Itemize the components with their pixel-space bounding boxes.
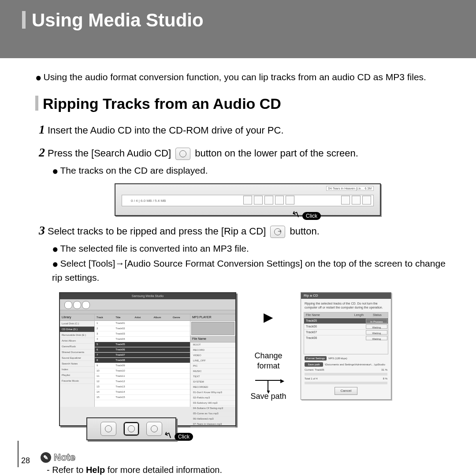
cancel-button[interactable]: Cancel <box>335 387 357 395</box>
device-file-row: 06-Hallowed.mp3 <box>190 416 235 422</box>
page-margin-rule <box>18 441 19 467</box>
step-3-sub2-text: Select [Tools]→[Audio Source Format Conv… <box>52 258 446 283</box>
step-2-text-pre: Press the [Search Audio CD] <box>48 148 171 159</box>
left-panel-item: Genre/Rock <box>60 344 94 350</box>
step-1: 1Insert the Audio CD into the CD-ROM dri… <box>39 121 450 138</box>
left-panel-item: Search Notes <box>60 361 94 367</box>
left-panel-item: Favorite Music <box>60 378 94 384</box>
track-row: 1Track01 <box>95 321 190 326</box>
bullet-dot-icon: ● <box>35 71 42 83</box>
dialog-track-row: Track08Waiting <box>304 335 388 341</box>
left-panel-item: Sound Equalizer <box>60 355 94 361</box>
progress-bar-icon <box>305 373 387 376</box>
note-heading: ✎ Note <box>41 452 450 463</box>
toolbar-button-icon <box>64 301 72 309</box>
format-settings-value: MP3 (128 kbps) <box>328 357 347 360</box>
left-panel-item: Playlist <box>60 372 94 378</box>
note-pencil-icon: ✎ <box>41 452 51 463</box>
rip-dialog-screenshot: Rip a CD Ripping the selected tracks of … <box>301 292 391 400</box>
toolbar-button-icon <box>82 301 90 309</box>
left-panel-item: Artist Album <box>60 338 94 344</box>
app-toolbar <box>60 299 235 310</box>
tool-button-icon <box>100 422 116 436</box>
dialog-track-table: File NameLengthStatus Track05In ProcessT… <box>304 312 388 354</box>
bullet-dot-icon: ● <box>52 165 59 177</box>
app-breadcrumb-bar <box>60 310 235 314</box>
device-file-row: PIC <box>190 364 235 369</box>
track-row: 9Track09 <box>95 363 190 368</box>
left-panel-item: CD Drive (D:) <box>60 327 94 332</box>
toolbar-click-callout: ↰Click <box>292 209 321 220</box>
track-row: 7Track07 <box>95 353 190 358</box>
page-title-text: Using Media Studio <box>32 10 204 30</box>
format-settings-label: Format Settings <box>305 356 327 361</box>
device-file-row: ROOT <box>190 342 235 348</box>
section-title: Ripping Tracks from an Audio CD <box>35 95 450 112</box>
device-file-row: TEXT <box>190 374 235 379</box>
step-3: 3Select tracks to be ripped and press th… <box>39 222 450 239</box>
device-file-row: 01-Don't Know Why.mp3 <box>190 390 235 395</box>
left-panel-item: Index <box>60 367 94 372</box>
dialog-current-progress: Current: Track0531 % <box>305 368 387 371</box>
page-title: Using Media Studio <box>22 10 454 31</box>
section-title-text: Ripping Tracks from an Audio CD <box>43 95 281 112</box>
device-panel-header: MP3 PLAYER <box>190 314 235 321</box>
cursor-icon: ↰ <box>162 428 174 442</box>
device-file-row: SYSTEM <box>190 379 235 385</box>
bullet-dot-icon: ● <box>52 258 59 270</box>
step-1-number: 1 <box>39 123 45 136</box>
left-panel-header: Library <box>60 314 94 321</box>
figures-row: Samsung Media Studio Library Local Disk … <box>59 292 450 426</box>
step-3-sub-1: ●The selected file is converted into an … <box>52 242 450 257</box>
save-path-label: Save path <box>305 362 323 367</box>
track-row: 4Track04 <box>95 337 190 342</box>
save-path-value: \Documents and Settings\Administrator\…\… <box>325 363 385 366</box>
rip-cd-icon <box>270 226 285 238</box>
cursor-icon: ↰ <box>290 208 301 222</box>
bottom-click-callout: ↰Click <box>164 430 193 441</box>
click-label: Click <box>175 433 193 441</box>
intro-text: Using the audio format conversion functi… <box>44 72 426 82</box>
app-titlebar: Samsung Media Studio <box>60 293 235 299</box>
track-row: 14Track14 <box>95 390 190 395</box>
dialog-track-row: Track06Waiting <box>304 324 388 329</box>
track-row: 15Track15 <box>95 395 190 400</box>
device-file-row: 05-Come as You.mp3 <box>190 411 235 416</box>
arrow-annotations: ▶ Change format ▶▼ Save path <box>244 292 293 402</box>
track-row: 5Track05 <box>95 342 190 347</box>
toolbar-mid-icons <box>243 196 294 205</box>
step-3-text-pre: Select tracks to be ripped and press the… <box>48 226 266 237</box>
step-3-text-post: button. <box>290 226 320 237</box>
track-row: 8Track08 <box>95 358 190 363</box>
arrow-split-icon: ▶▼ <box>255 374 282 387</box>
device-file-row: MUSIC <box>190 369 235 374</box>
bullet-dot-icon: ● <box>52 243 59 255</box>
track-row: 3Track03 <box>95 331 190 337</box>
step-2-sub: ●The tracks on the CD are displayed. <box>52 164 450 178</box>
dialog-total-progress: Total 1 of 48 % <box>305 377 387 380</box>
dialog-track-row: Track07Waiting <box>304 329 388 335</box>
device-file-row: 03-Solsbury Hill.mp3 <box>190 401 235 406</box>
intro-line: ●Using the audio format conversion funct… <box>35 71 450 84</box>
step-2-number: 2 <box>39 145 45 159</box>
step-2-text-post: button on the lower part of the screen. <box>195 148 358 159</box>
note-block: ✎ Note - Refer to Help for more detailed… <box>41 452 450 475</box>
app-device-panel: MP3 PLAYER File Name ROOTRECORDVIDEOLINE… <box>190 314 235 407</box>
toolbar-right-icons <box>341 196 371 205</box>
toolbar-screenshot: 04-Tears in Heaven (Liv… 6.3M 0 / 4 | 6.… <box>115 183 381 216</box>
bottom-tool-strip: ↰Click <box>86 417 176 440</box>
note-label: Note <box>54 452 75 463</box>
device-file-row: LINE_OFF <box>190 358 235 364</box>
device-file-row: RECORDED <box>190 385 235 390</box>
page-number: 28 <box>21 456 30 465</box>
left-panel-item: Shared Documents <box>60 350 94 355</box>
device-filelist-header: File Name <box>190 336 235 342</box>
track-row: 6Track06 <box>95 347 190 353</box>
device-file-row: 04-Sultans Of Swing.mp3 <box>190 406 235 411</box>
track-table-header: TrackTitleArtistAlbumGenre <box>95 314 190 321</box>
step-3-sub-2: ●Select [Tools]→[Audio Source Format Con… <box>52 257 450 284</box>
click-label: Click <box>302 212 321 220</box>
step-3-number: 3 <box>39 223 45 237</box>
track-row: 11Track11 <box>95 374 190 379</box>
section-accent-bar <box>35 96 38 111</box>
